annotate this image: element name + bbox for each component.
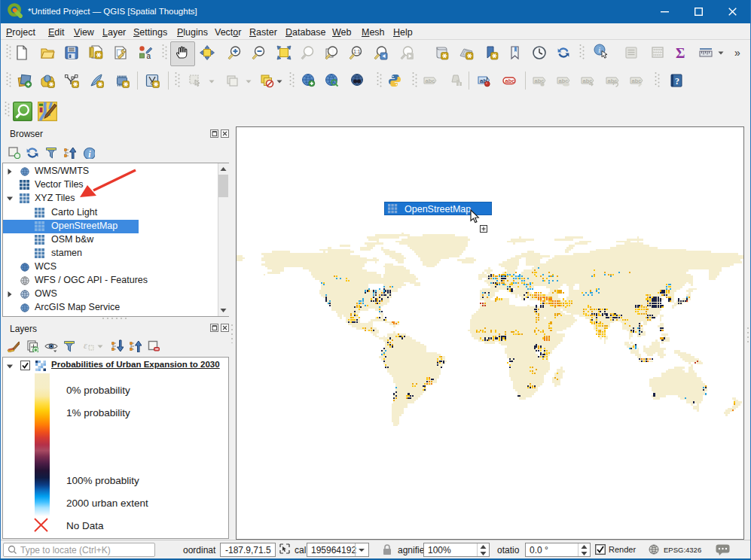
svg-text:abc: abc (426, 78, 435, 84)
svg-text:i: i (598, 46, 600, 54)
svg-text:abc: abc (608, 78, 618, 84)
svg-text:abc: abc (632, 78, 642, 84)
svg-text:ε: ε (84, 340, 87, 351)
svg-text:a: a (147, 52, 151, 60)
svg-text:abc: abc (583, 78, 593, 84)
svg-text:Σ: Σ (676, 45, 685, 60)
svg-text:?: ? (675, 76, 679, 87)
svg-text:1:1: 1:1 (353, 49, 360, 54)
svg-text:abc: abc (505, 78, 515, 84)
